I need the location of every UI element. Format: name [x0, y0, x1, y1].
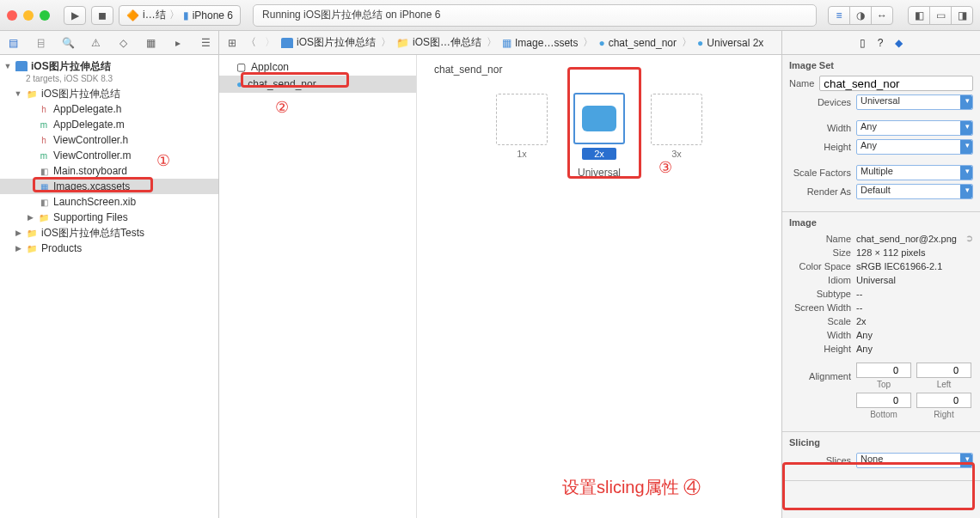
annotation-text: 设置slicing属性 ④: [562, 476, 701, 499]
image-icon: ●: [697, 37, 703, 49]
main-area: ▼ iOS图片拉伸总结 2 targets, iOS SDK 8.3 ▼📁 iO…: [0, 55, 980, 518]
project-icon: [281, 38, 293, 48]
asset-list[interactable]: ▢AppIcon ●chat_send_nor: [219, 55, 417, 518]
device-icon: ▮: [183, 9, 189, 21]
navigator-tab-bar: ▤ ⌸ 🔍 ⚠ ◇ ▦ ▸ ☰: [0, 31, 219, 54]
project-name: iOS图片拉伸总结: [31, 59, 111, 74]
toggle-inspector-button[interactable]: ◨: [951, 6, 973, 25]
asset-item-selected[interactable]: ●chat_send_nor: [219, 76, 416, 93]
minimize-window-icon[interactable]: [23, 10, 34, 21]
slicing-header: Slicing: [789, 437, 973, 448]
devices-select[interactable]: Universal: [856, 94, 973, 110]
editor-mode-segmented[interactable]: ≡ ◑ ↔: [829, 6, 893, 25]
file-item[interactable]: hViewController.h: [0, 132, 218, 148]
image-idiom-value: Universal: [856, 275, 973, 285]
crumb-4[interactable]: Universal 2x: [707, 37, 763, 49]
panel-toggle-segmented[interactable]: ◧ ▭ ◨: [909, 6, 973, 25]
close-window-icon[interactable]: [7, 10, 17, 21]
image-wells: 1x 2x 3x: [434, 93, 764, 160]
find-navigator-icon[interactable]: 🔍: [60, 35, 76, 51]
image-section: Image Namechat_send_nor@2x.png➲ Size128 …: [782, 212, 980, 432]
file-item[interactable]: ◧Main.storyboard: [0, 163, 218, 179]
crumb-0[interactable]: iOS图片拉伸总结: [297, 35, 376, 50]
image-size-value: 128 × 112 pixels: [856, 247, 973, 258]
report-navigator-icon[interactable]: ☰: [198, 35, 213, 51]
alignment-bottom-field[interactable]: [856, 393, 911, 408]
image-scale-value: 2x: [856, 316, 973, 326]
toggle-navigator-button[interactable]: ◧: [908, 6, 930, 25]
standard-editor-button[interactable]: ≡: [828, 6, 850, 25]
scale-3x-label: 3x: [671, 149, 682, 159]
annotation-1: ①: [156, 151, 170, 170]
imageset-header: Image Set: [789, 60, 973, 70]
file-item[interactable]: mAppDelegate.m: [0, 117, 218, 132]
well-1x[interactable]: 1x: [496, 94, 548, 160]
inspector-tab-bar: ▯ ? ◆: [782, 31, 980, 54]
chevron-right-icon: 〉: [169, 8, 180, 22]
alignment-top-field[interactable]: [856, 363, 911, 378]
test-navigator-icon[interactable]: ◇: [115, 35, 131, 51]
inspector-panel: Image Set Name DevicesUniversal WidthAny…: [782, 55, 980, 518]
image-screenwidth-value: --: [856, 302, 973, 313]
assets-icon: ▦: [502, 37, 511, 49]
alignment-left-field[interactable]: [916, 363, 971, 378]
quickhelp-inspector-icon[interactable]: ?: [878, 37, 884, 49]
well-3x[interactable]: 3x: [651, 94, 702, 160]
forward-button[interactable]: 〉: [262, 35, 278, 51]
project-navigator-icon[interactable]: ▤: [5, 35, 21, 51]
asset-catalog-editor: ▢AppIcon ●chat_send_nor chat_send_nor 1x…: [219, 55, 782, 518]
image-height-value: Any: [856, 344, 973, 354]
alignment-right-field[interactable]: [916, 393, 971, 408]
imageset-name-field[interactable]: [819, 76, 973, 91]
assistant-editor-button[interactable]: ◑: [849, 6, 872, 25]
scheme-app-name: i…结: [143, 8, 166, 22]
issue-navigator-icon[interactable]: ⚠: [88, 35, 103, 51]
renderas-select[interactable]: Default: [856, 184, 973, 199]
well-2x[interactable]: 2x: [573, 93, 625, 160]
toggle-debug-button[interactable]: ▭: [929, 6, 952, 25]
project-subtitle: 2 targets, iOS SDK 8.3: [0, 74, 218, 86]
breakpoint-navigator-icon[interactable]: ▸: [170, 35, 186, 51]
file-item[interactable]: hAppDelegate.h: [0, 101, 218, 117]
crumb-3[interactable]: chat_send_nor: [609, 37, 677, 49]
folder-icon: 📁: [396, 37, 409, 49]
imageset-section: Image Set Name DevicesUniversal WidthAny…: [782, 55, 980, 212]
scheme-selector[interactable]: 🔶 i…结 〉 ▮ iPhone 6: [119, 5, 241, 26]
asset-canvas: chat_send_nor 1x 2x 3x Universal: [417, 55, 781, 518]
symbol-navigator-icon[interactable]: ⌸: [33, 35, 48, 51]
project-root[interactable]: ▼ iOS图片拉伸总结: [0, 58, 218, 74]
goto-icon[interactable]: ➲: [965, 233, 973, 244]
file-inspector-icon[interactable]: ▯: [860, 37, 866, 49]
status-text: Running iOS图片拉伸总结 on iPhone 6: [262, 8, 440, 22]
titlebar: ▶ ◼ 🔶 i…结 〉 ▮ iPhone 6 Running iOS图片拉伸总结…: [0, 0, 980, 31]
zoom-window-icon[interactable]: [40, 10, 50, 21]
run-button[interactable]: ▶: [64, 6, 86, 25]
group-main[interactable]: ▼📁 iOS图片拉伸总结: [0, 86, 218, 101]
crumb-2[interactable]: Image…ssets: [515, 37, 578, 49]
version-editor-button[interactable]: ↔: [871, 6, 893, 25]
stop-button[interactable]: ◼: [91, 6, 113, 25]
slices-select[interactable]: None: [856, 453, 973, 468]
group-products[interactable]: ▶📁Products: [0, 241, 218, 256]
height-select[interactable]: Any: [856, 139, 973, 155]
debug-navigator-icon[interactable]: ▦: [143, 35, 158, 51]
crumb-1[interactable]: iOS图…伸总结: [413, 35, 481, 50]
file-item-selected[interactable]: ▦Images.xcassets: [0, 179, 218, 194]
image-name-value: chat_send_nor@2x.png: [856, 234, 960, 244]
related-items-icon[interactable]: ⊞: [224, 35, 240, 51]
back-button[interactable]: 〈: [243, 35, 259, 51]
universal-label: Universal: [434, 167, 764, 179]
width-select[interactable]: Any: [856, 120, 973, 136]
activity-status: Running iOS图片拉伸总结 on iPhone 6: [253, 4, 817, 27]
project-navigator[interactable]: ▼ iOS图片拉伸总结 2 targets, iOS SDK 8.3 ▼📁 iO…: [0, 55, 219, 518]
folder-icon: 📁: [26, 88, 38, 100]
annotation-3: ③: [658, 158, 672, 177]
file-item[interactable]: ◧LaunchScreen.xib: [0, 194, 218, 210]
group-tests[interactable]: ▶📁iOS图片拉伸总结Tests: [0, 225, 218, 241]
group-supporting[interactable]: ▶📁Supporting Files: [0, 210, 218, 225]
scalefactors-select[interactable]: Multiple: [856, 165, 973, 180]
jump-bar[interactable]: ⊞ 〈 〉 iOS图片拉伸总结〉 📁iOS图…伸总结〉 ▦Image…ssets…: [219, 31, 782, 54]
file-item[interactable]: mViewController.m: [0, 148, 218, 163]
attributes-inspector-icon[interactable]: ◆: [895, 37, 903, 49]
asset-item[interactable]: ▢AppIcon: [219, 58, 416, 76]
